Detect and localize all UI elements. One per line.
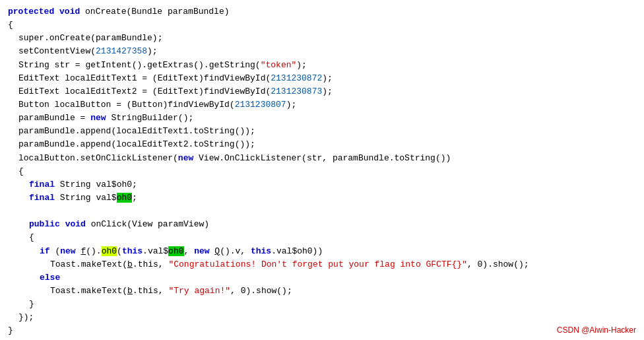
line-6: EditText localEditText1 = (EditText)find… — [8, 72, 636, 85]
line-11: paramBundle.append(localEditText2.toStri… — [8, 138, 636, 151]
line-23: } — [8, 298, 636, 311]
code-viewer: protected void onCreate(Bundle paramBund… — [0, 0, 644, 340]
line-3: super.onCreate(paramBundle); — [8, 32, 636, 45]
line-20: Toast.makeText(b.this, "Congratulations!… — [8, 258, 636, 271]
line-7: EditText localEditText2 = (EditText)find… — [8, 85, 636, 98]
line-21: else — [8, 271, 636, 285]
line-10: paramBundle.append(localEditText1.toStri… — [8, 125, 636, 138]
line-1: protected void onCreate(Bundle paramBund… — [8, 5, 636, 18]
line-13: { — [8, 165, 636, 178]
line-18: { — [8, 231, 636, 244]
line-5: String str = getIntent().getExtras().get… — [8, 59, 636, 72]
line-2: { — [8, 18, 636, 32]
line-16 — [8, 205, 636, 218]
line-4: setContentView(2131427358); — [8, 45, 636, 58]
watermark: CSDN @Aiwin-Hacker — [557, 325, 636, 335]
line-24: }); — [8, 311, 636, 324]
line-8: Button localButton = (Button)findViewByI… — [8, 98, 636, 112]
line-12: localButton.setOnClickListener(new View.… — [8, 152, 636, 165]
line-15: final String val$oh0; — [8, 191, 636, 205]
line-19: if (new f().oh0(this.val$oh0, new Q().v,… — [8, 245, 636, 258]
line-9: paramBundle = new StringBuilder(); — [8, 112, 636, 125]
line-17: public void onClick(View paramView) — [8, 218, 636, 231]
line-25: } — [8, 324, 636, 337]
line-14: final String val$oh0; — [8, 178, 636, 191]
line-22: Toast.makeText(b.this, "Try again!", 0).… — [8, 285, 636, 298]
